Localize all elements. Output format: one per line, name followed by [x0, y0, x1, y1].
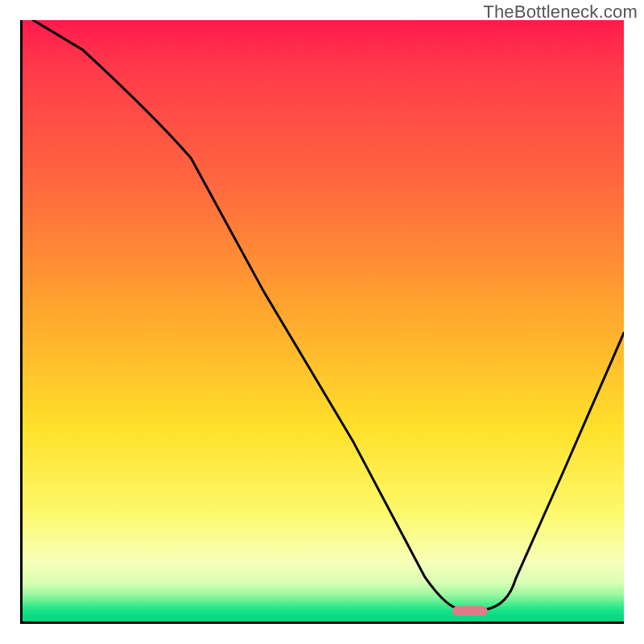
bottleneck-curve-path — [23, 20, 624, 609]
curve-svg — [23, 20, 624, 621]
bottleneck-chart: TheBottleneck.com — [0, 0, 644, 644]
optimal-marker — [452, 606, 488, 616]
plot-area — [20, 20, 624, 624]
